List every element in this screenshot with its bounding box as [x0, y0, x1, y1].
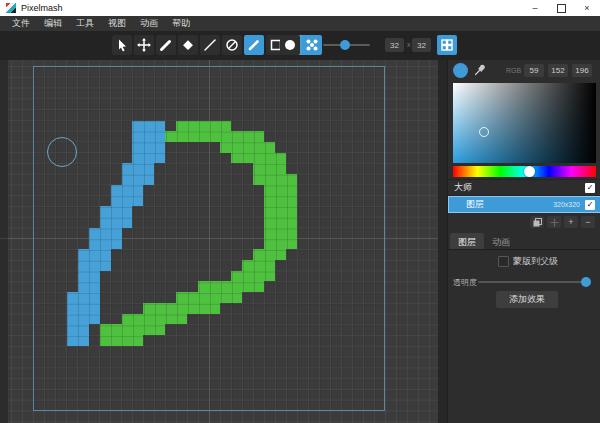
- pixel-cell[interactable]: [154, 142, 165, 153]
- dither-toggle-button[interactable]: [302, 35, 322, 55]
- pixel-cell[interactable]: [67, 303, 78, 314]
- pixel-cell[interactable]: [89, 239, 100, 250]
- pixel-cell[interactable]: [242, 131, 253, 142]
- pixel-cell[interactable]: [122, 163, 133, 174]
- pixel-cell[interactable]: [143, 303, 154, 314]
- pixel-cell[interactable]: [264, 206, 275, 217]
- move-layer-button[interactable]: [547, 216, 561, 228]
- pixel-cell[interactable]: [78, 249, 89, 260]
- pixel-cell[interactable]: [154, 314, 165, 325]
- tab-layer[interactable]: 图层: [450, 233, 484, 249]
- pixel-cell[interactable]: [198, 292, 209, 303]
- add-effect-button[interactable]: 添加效果: [496, 291, 558, 308]
- color-picker-area[interactable]: [453, 83, 596, 163]
- pixel-cell[interactable]: [78, 324, 89, 335]
- pixel-cell[interactable]: [264, 228, 275, 239]
- mask-to-parent-checkbox[interactable]: [498, 256, 509, 267]
- pixel-cell[interactable]: [122, 335, 133, 346]
- duplicate-layer-button[interactable]: [530, 216, 544, 228]
- pixel-cell[interactable]: [143, 153, 154, 164]
- pixel-cell[interactable]: [132, 131, 143, 142]
- pixel-cell[interactable]: [143, 142, 154, 153]
- pixel-cell[interactable]: [275, 196, 286, 207]
- pixel-cell[interactable]: [231, 131, 242, 142]
- pixel-cell[interactable]: [111, 185, 122, 196]
- pixel-cell[interactable]: [187, 131, 198, 142]
- pixel-cell[interactable]: [132, 153, 143, 164]
- master-visibility-checkbox[interactable]: ✓: [585, 183, 595, 193]
- pixel-cell[interactable]: [176, 314, 187, 325]
- pixel-cell[interactable]: [198, 131, 209, 142]
- pixel-cell[interactable]: [67, 335, 78, 346]
- pixel-cell[interactable]: [100, 249, 111, 260]
- blue-value-input[interactable]: 196: [572, 64, 592, 77]
- pixel-cell[interactable]: [78, 303, 89, 314]
- brush-tool-button[interactable]: [156, 35, 176, 55]
- pixel-cell[interactable]: [143, 324, 154, 335]
- pixel-cell[interactable]: [67, 324, 78, 335]
- pixel-cell[interactable]: [132, 314, 143, 325]
- pixel-cell[interactable]: [132, 174, 143, 185]
- pixel-cell[interactable]: [89, 228, 100, 239]
- pixel-cell[interactable]: [220, 292, 231, 303]
- pixel-cell[interactable]: [187, 292, 198, 303]
- menu-item[interactable]: 编辑: [37, 17, 69, 30]
- pixel-cell[interactable]: [176, 121, 187, 132]
- pixel-cell[interactable]: [220, 142, 231, 153]
- hue-slider-handle[interactable]: [524, 166, 535, 177]
- pixel-cell[interactable]: [176, 292, 187, 303]
- move-tool-button[interactable]: [134, 35, 154, 55]
- pixel-cell[interactable]: [231, 142, 242, 153]
- opacity-slider-handle[interactable]: [581, 277, 591, 287]
- pixel-cell[interactable]: [78, 292, 89, 303]
- pixel-cell[interactable]: [111, 324, 122, 335]
- pixel-cell[interactable]: [286, 217, 297, 228]
- pixel-cell[interactable]: [100, 228, 111, 239]
- pixel-cell[interactable]: [264, 163, 275, 174]
- brush-shape-button[interactable]: [280, 35, 300, 55]
- pixel-cell[interactable]: [89, 281, 100, 292]
- pixel-cell[interactable]: [78, 335, 89, 346]
- pixel-cell[interactable]: [209, 303, 220, 314]
- pixel-cell[interactable]: [100, 206, 111, 217]
- pixel-cell[interactable]: [187, 121, 198, 132]
- pixel-cell[interactable]: [253, 153, 264, 164]
- pixel-cell[interactable]: [209, 281, 220, 292]
- pixel-cell[interactable]: [264, 271, 275, 282]
- pixel-cell[interactable]: [122, 314, 133, 325]
- pixel-cell[interactable]: [111, 196, 122, 207]
- master-layer-row[interactable]: 大师 ✓: [448, 179, 600, 196]
- pixel-cell[interactable]: [231, 153, 242, 164]
- pixel-cell[interactable]: [275, 249, 286, 260]
- pixel-cell[interactable]: [242, 271, 253, 282]
- pixel-cell[interactable]: [264, 142, 275, 153]
- canvas-viewport[interactable]: [0, 60, 447, 423]
- pixel-cell[interactable]: [111, 239, 122, 250]
- pixel-cell[interactable]: [67, 314, 78, 325]
- pixel-cell[interactable]: [132, 196, 143, 207]
- layer-visibility-checkbox[interactable]: ✓: [585, 200, 595, 210]
- menu-item[interactable]: 视图: [101, 17, 133, 30]
- pixel-cell[interactable]: [253, 260, 264, 271]
- close-button[interactable]: ×: [574, 0, 600, 16]
- add-layer-button[interactable]: +: [564, 216, 578, 228]
- pixel-cell[interactable]: [253, 271, 264, 282]
- pixel-cell[interactable]: [253, 281, 264, 292]
- pixel-cell[interactable]: [176, 131, 187, 142]
- pixel-cell[interactable]: [78, 314, 89, 325]
- vertical-scrollbar[interactable]: [438, 60, 447, 423]
- grid-toggle-button[interactable]: [437, 35, 457, 55]
- pixel-cell[interactable]: [242, 153, 253, 164]
- pixel-cell[interactable]: [253, 131, 264, 142]
- tab-animation[interactable]: 动画: [484, 233, 518, 249]
- pixel-cell[interactable]: [264, 185, 275, 196]
- menu-item[interactable]: 文件: [5, 17, 37, 30]
- pixel-cell[interactable]: [264, 239, 275, 250]
- pixel-cell[interactable]: [198, 281, 209, 292]
- pixel-cell[interactable]: [275, 153, 286, 164]
- pixel-cell[interactable]: [132, 142, 143, 153]
- pixel-cell[interactable]: [286, 174, 297, 185]
- pixel-cell[interactable]: [275, 228, 286, 239]
- pixel-cell[interactable]: [132, 335, 143, 346]
- pixel-cell[interactable]: [253, 174, 264, 185]
